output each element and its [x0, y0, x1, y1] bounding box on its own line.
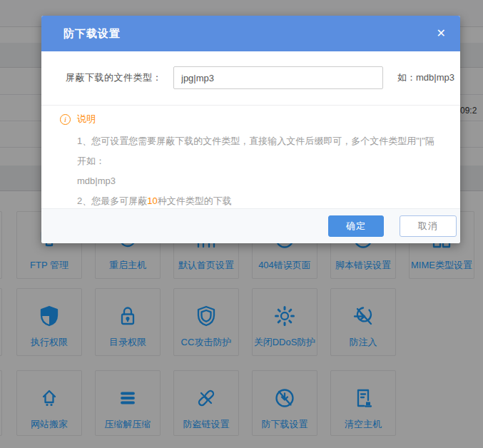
file-type-input[interactable] — [173, 66, 383, 89]
info-line-1: 1、您可设置您需要屏蔽下载的文件类型，直接输入文件后缀即可，多个文件类型用"|"… — [77, 131, 439, 191]
info-header: i 说明 — [60, 113, 439, 126]
close-icon[interactable]: ✕ — [434, 25, 449, 42]
info-icon: i — [60, 114, 71, 125]
dialog-footer: 确定 取消 — [41, 208, 460, 243]
file-type-label: 屏蔽下载的文件类型： — [66, 71, 162, 84]
confirm-button[interactable]: 确定 — [328, 215, 384, 237]
cancel-button[interactable]: 取消 — [400, 215, 457, 237]
limit-highlight: 10 — [147, 195, 157, 206]
dialog-header: 防下载设置 ✕ — [41, 16, 460, 51]
file-type-form-row: 屏蔽下载的文件类型： 如：mdb|mp3 — [41, 66, 460, 89]
info-section: i 说明 1、您可设置您需要屏蔽下载的文件类型，直接输入文件后缀即可，多个文件类… — [41, 106, 460, 211]
info-list: 1、您可设置您需要屏蔽下载的文件类型，直接输入文件后缀即可，多个文件类型用"|"… — [77, 131, 439, 211]
anti-download-settings-dialog: 防下载设置 ✕ 屏蔽下载的文件类型： 如：mdb|mp3 i 说明 1、您可设置… — [41, 16, 460, 243]
page: 09:2 FTP 管理 重启主机 默认首页设置 404错误页面 — [0, 0, 483, 448]
dialog-title: 防下载设置 — [63, 27, 121, 41]
dialog-body: 屏蔽下载的文件类型： 如：mdb|mp3 i 说明 1、您可设置您需要屏蔽下载的… — [41, 66, 460, 211]
info-title: 说明 — [77, 113, 96, 126]
file-type-hint: 如：mdb|mp3 — [397, 71, 454, 84]
